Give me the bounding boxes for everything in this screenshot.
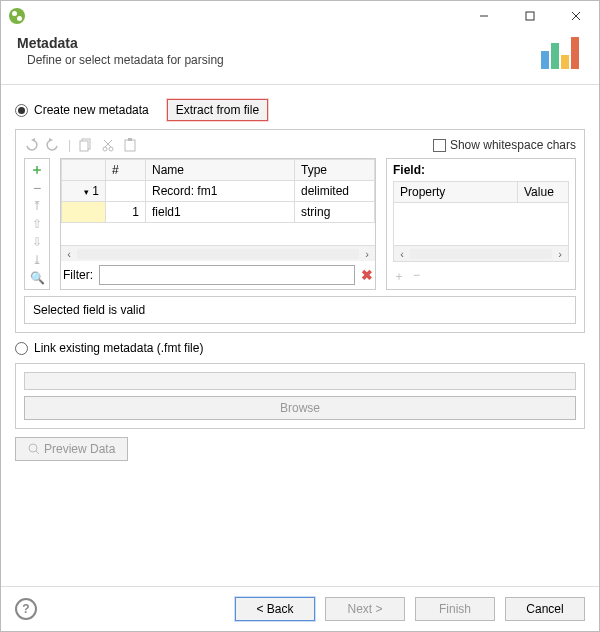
create-metadata-radio[interactable] [15, 104, 28, 117]
minimize-button[interactable] [461, 1, 507, 31]
link-path-panel: Browse [15, 363, 585, 429]
browse-button[interactable]: Browse [24, 396, 576, 420]
add-icon[interactable]: ＋ [29, 163, 45, 177]
clear-filter-icon[interactable]: ✖ [361, 267, 373, 283]
add-property-icon[interactable]: ＋ [393, 268, 405, 285]
validation-status: Selected field is valid [24, 296, 576, 324]
close-button[interactable] [553, 1, 599, 31]
extract-from-file-button[interactable]: Extract from file [167, 99, 268, 121]
svg-line-13 [105, 140, 112, 147]
svg-point-16 [29, 444, 37, 452]
undo-icon[interactable] [24, 138, 38, 152]
cut-icon[interactable] [101, 138, 115, 152]
preview-data-button[interactable]: Preview Data [15, 437, 128, 461]
titlebar [1, 1, 599, 31]
table-row[interactable]: ▾ 1 Record: fm1 delimited [62, 181, 375, 202]
move-top-icon[interactable]: ⤒ [29, 199, 45, 213]
show-whitespace-label: Show whitespace chars [450, 138, 576, 152]
paste-icon[interactable] [123, 138, 137, 152]
fields-table[interactable]: # Name Type ▾ 1 Record: fm1 delimited [60, 158, 376, 290]
filter-label: Filter: [63, 268, 93, 282]
column-value[interactable]: Value [518, 182, 568, 202]
link-metadata-group: Link existing metadata (.fmt file) [15, 341, 585, 355]
show-whitespace-checkbox[interactable]: Show whitespace chars [433, 138, 576, 152]
svg-rect-1 [526, 12, 534, 20]
field-properties-panel: Field: Property Value ‹ › [386, 158, 576, 290]
svg-rect-7 [571, 37, 579, 69]
app-icon [9, 8, 25, 24]
svg-rect-6 [561, 55, 569, 69]
scroll-right-icon[interactable]: › [552, 248, 568, 260]
svg-rect-15 [128, 138, 132, 141]
help-icon[interactable]: ? [15, 598, 37, 620]
next-button[interactable]: Next > [325, 597, 405, 621]
row-toolbar: ＋ − ⤒ ⇧ ⇩ ⤓ 🔍 [24, 158, 50, 290]
svg-point-11 [109, 147, 113, 151]
create-metadata-label: Create new metadata [34, 103, 149, 117]
move-down-icon[interactable]: ⇩ [29, 235, 45, 249]
page-subtitle: Define or select metadata for parsing [17, 53, 224, 67]
scroll-left-icon[interactable]: ‹ [61, 248, 77, 260]
svg-rect-9 [80, 141, 88, 151]
link-metadata-label: Link existing metadata (.fmt file) [34, 341, 203, 355]
banner-icon [539, 35, 583, 74]
expand-icon[interactable]: ▾ [84, 187, 89, 197]
dialog-header: Metadata Define or select metadata for p… [1, 31, 599, 85]
back-button[interactable]: < Back [235, 597, 315, 621]
cancel-button[interactable]: Cancel [505, 597, 585, 621]
editor-toolbar: | Show whitespace chars [24, 138, 576, 152]
link-path-input [24, 372, 576, 390]
search-icon[interactable]: 🔍 [29, 271, 45, 285]
properties-table[interactable]: Property Value ‹ › [393, 181, 569, 262]
column-number[interactable]: # [106, 160, 146, 181]
column-name[interactable]: Name [146, 160, 295, 181]
copy-icon[interactable] [79, 138, 93, 152]
move-bottom-icon[interactable]: ⤓ [29, 253, 45, 267]
scroll-right-icon[interactable]: › [359, 248, 375, 260]
filter-input[interactable] [99, 265, 355, 285]
page-title: Metadata [17, 35, 224, 51]
metadata-editor-panel: | Show whitespace chars ＋ − ⤒ ⇧ ⇩ ⤓ 🔍 [15, 129, 585, 333]
dialog-window: Metadata Define or select metadata for p… [0, 0, 600, 632]
svg-rect-4 [541, 51, 549, 69]
column-type[interactable]: Type [295, 160, 375, 181]
checkbox-icon [433, 139, 446, 152]
field-panel-title: Field: [393, 163, 569, 177]
finish-button[interactable]: Finish [415, 597, 495, 621]
svg-line-12 [104, 140, 111, 147]
column-property[interactable]: Property [394, 182, 518, 202]
dialog-footer: ? < Back Next > Finish Cancel [1, 586, 599, 631]
svg-rect-5 [551, 43, 559, 69]
link-metadata-radio[interactable] [15, 342, 28, 355]
maximize-button[interactable] [507, 1, 553, 31]
remove-property-icon[interactable]: − [413, 268, 420, 285]
redo-icon[interactable] [46, 138, 60, 152]
horizontal-scrollbar[interactable]: ‹ › [394, 245, 568, 261]
metadata-source-group: Create new metadata Extract from file [15, 99, 585, 121]
table-row[interactable]: 1 field1 string [62, 202, 375, 223]
svg-rect-14 [125, 140, 135, 151]
move-up-icon[interactable]: ⇧ [29, 217, 45, 231]
svg-point-10 [103, 147, 107, 151]
horizontal-scrollbar[interactable]: ‹ › [61, 245, 375, 261]
scroll-left-icon[interactable]: ‹ [394, 248, 410, 260]
remove-icon[interactable]: − [29, 181, 45, 195]
svg-line-17 [36, 451, 39, 454]
